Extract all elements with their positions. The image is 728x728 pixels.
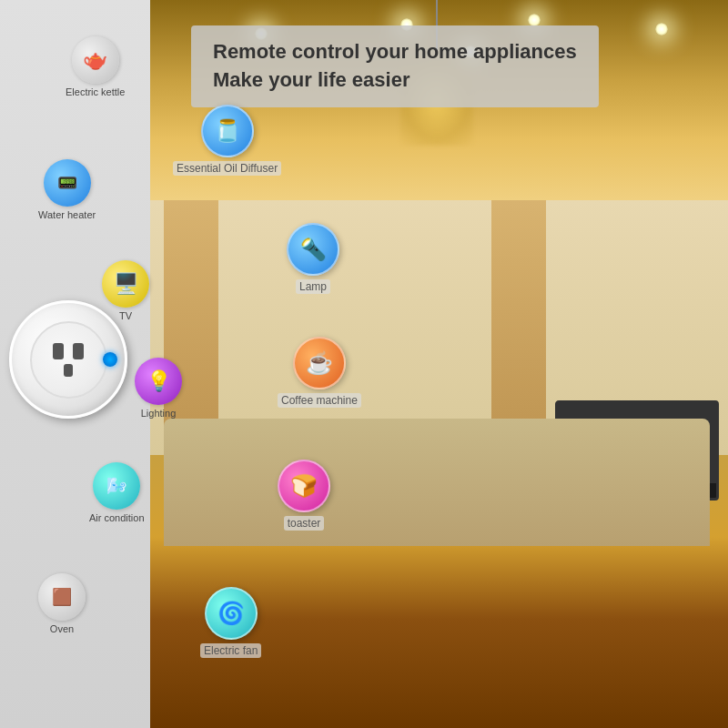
sidebar-item-water-heater[interactable]: 📟 Water heater [38, 159, 96, 220]
sidebar-item-air-condition[interactable]: 🌬️ Air condition [89, 462, 145, 523]
water-heater-icon: 📟 [44, 159, 91, 207]
essential-oil-diffuser-icon: 🫙 [201, 105, 254, 157]
lamp-label: Lamp [296, 279, 330, 294]
overlay-toaster[interactable]: 🍞 toaster [278, 460, 330, 531]
sidebar: 🫖 Electric kettle 📟 Water heater 🖥️ TV 💡… [0, 0, 150, 728]
electric-fan-label: Electric fan [200, 643, 261, 658]
plug-ground-hole [64, 364, 73, 377]
toaster-icon: 🍞 [278, 460, 330, 512]
coffee-machine-icon: ☕ [293, 337, 346, 389]
essential-oil-diffuser-label: Essential Oil Diffuser [173, 161, 281, 176]
plug-hole-left [53, 343, 64, 359]
plug-holes [53, 343, 84, 359]
plug-hole-right [73, 343, 84, 359]
plug-power-indicator [103, 352, 117, 367]
electric-fan-icon: 🌀 [205, 587, 258, 640]
overlay-coffee-machine[interactable]: ☕ Coffee machine [278, 337, 361, 408]
overlay-essential-oil-diffuser[interactable]: 🫙 Essential Oil Diffuser [173, 105, 281, 176]
overlay-electric-fan[interactable]: 🌀 Electric fan [200, 587, 261, 658]
sidebar-item-oven[interactable]: 🟫 Oven [38, 573, 86, 634]
air-condition-label: Air condition [89, 512, 145, 523]
toaster-label: toaster [284, 516, 325, 531]
air-condition-icon: 🌬️ [93, 462, 140, 510]
electric-kettle-icon: 🫖 [72, 36, 119, 84]
electric-kettle-label: Electric kettle [66, 86, 125, 97]
water-heater-label: Water heater [38, 209, 96, 220]
overlay-lamp[interactable]: 🔦 Lamp [287, 223, 339, 294]
oven-label: Oven [50, 623, 74, 634]
oven-icon: 🟫 [38, 573, 86, 621]
headline-banner: Remote control your home appliances Make… [191, 25, 599, 107]
smart-plug[interactable] [9, 300, 136, 428]
headline-line1: Remote control your home appliances [213, 38, 577, 66]
sidebar-item-electric-kettle[interactable]: 🫖 Electric kettle [66, 36, 125, 97]
headline-line2: Make your life easier [213, 66, 577, 95]
overlay-appliances-container: Remote control your home appliances Make… [146, 0, 728, 728]
coffee-machine-label: Coffee machine [278, 393, 361, 408]
plug-face [30, 321, 107, 399]
lamp-icon: 🔦 [287, 223, 339, 276]
plug-body [9, 300, 127, 419]
